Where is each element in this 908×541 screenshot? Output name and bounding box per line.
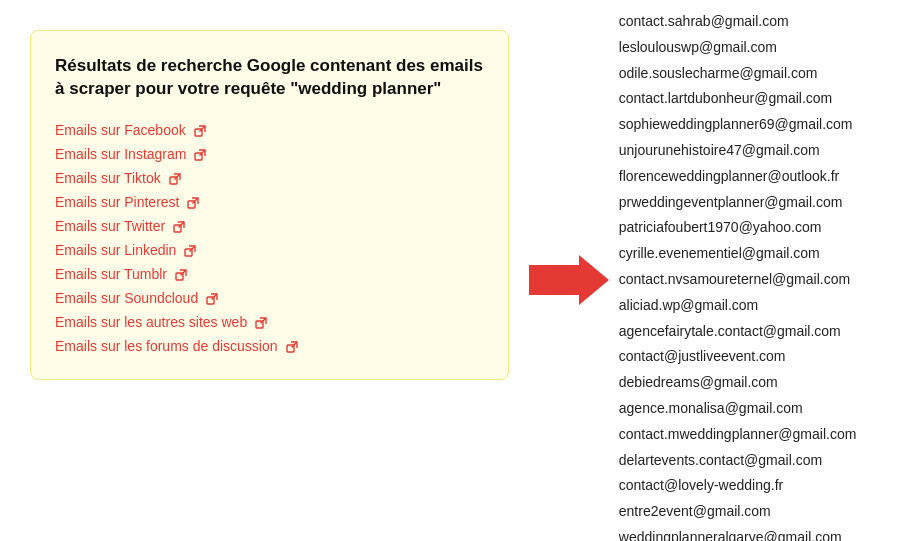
- email-item: prweddingeventplanner@gmail.com: [619, 191, 888, 215]
- link-item-0[interactable]: Emails sur Facebook: [55, 122, 206, 138]
- email-item: lesloulouswp@gmail.com: [619, 36, 888, 60]
- external-link-icon: [252, 314, 267, 330]
- email-item: cyrille.evenementiel@gmail.com: [619, 242, 888, 266]
- link-item-8[interactable]: Emails sur les autres sites web: [55, 314, 267, 330]
- svg-marker-20: [529, 255, 609, 305]
- left-section: Résultats de recherche Google contenant …: [0, 0, 529, 541]
- email-item: contact@justliveevent.com: [619, 345, 888, 369]
- email-item: contact@lovely-wedding.fr: [619, 474, 888, 498]
- external-link-icon: [166, 170, 181, 186]
- external-link-icon: [191, 122, 206, 138]
- link-item-2[interactable]: Emails sur Tiktok: [55, 170, 181, 186]
- external-link-icon: [184, 194, 199, 210]
- email-item: weddingplanneralgarve@gmail.com: [619, 526, 888, 541]
- external-link-icon: [172, 266, 187, 282]
- email-item: sophieweddingplanner69@gmail.com: [619, 113, 888, 137]
- email-item: aliciad.wp@gmail.com: [619, 294, 888, 318]
- external-link-icon: [283, 338, 298, 354]
- links-list: Emails sur FacebookEmails sur InstagramE…: [55, 121, 484, 355]
- email-item: delartevents.contact@gmail.com: [619, 449, 888, 473]
- main-container: Résultats de recherche Google contenant …: [0, 0, 908, 541]
- arrow-container: [529, 0, 609, 541]
- external-link-icon: [170, 218, 185, 234]
- email-item: odile.souslecharme@gmail.com: [619, 62, 888, 86]
- external-link-icon: [203, 290, 218, 306]
- email-list: contact.sahrab@gmail.comlesloulouswp@gma…: [609, 0, 908, 541]
- email-item: patriciafoubert1970@yahoo.com: [619, 216, 888, 240]
- external-link-icon: [191, 146, 206, 162]
- email-item: entre2event@gmail.com: [619, 500, 888, 524]
- result-title: Résultats de recherche Google contenant …: [55, 55, 484, 101]
- email-item: contact.mweddingplanner@gmail.com: [619, 423, 888, 447]
- email-item: debiedreams@gmail.com: [619, 371, 888, 395]
- link-item-5[interactable]: Emails sur Linkedin: [55, 242, 196, 258]
- link-item-9[interactable]: Emails sur les forums de discussion: [55, 338, 298, 354]
- email-item: agence.monalisa@gmail.com: [619, 397, 888, 421]
- link-item-3[interactable]: Emails sur Pinterest: [55, 194, 199, 210]
- link-item-6[interactable]: Emails sur Tumblr: [55, 266, 187, 282]
- link-item-4[interactable]: Emails sur Twitter: [55, 218, 185, 234]
- external-link-icon: [181, 242, 196, 258]
- link-item-7[interactable]: Emails sur Soundcloud: [55, 290, 218, 306]
- email-item: contact.nvsamoureternel@gmail.com: [619, 268, 888, 292]
- email-item: unjourunehistoire47@gmail.com: [619, 139, 888, 163]
- email-item: contact.sahrab@gmail.com: [619, 10, 888, 34]
- email-item: contact.lartdubonheur@gmail.com: [619, 87, 888, 111]
- arrow-icon: [529, 250, 609, 310]
- email-item: agencefairytale.contact@gmail.com: [619, 320, 888, 344]
- email-item: florenceweddingplanner@outlook.fr: [619, 165, 888, 189]
- link-item-1[interactable]: Emails sur Instagram: [55, 146, 206, 162]
- result-box: Résultats de recherche Google contenant …: [30, 30, 509, 380]
